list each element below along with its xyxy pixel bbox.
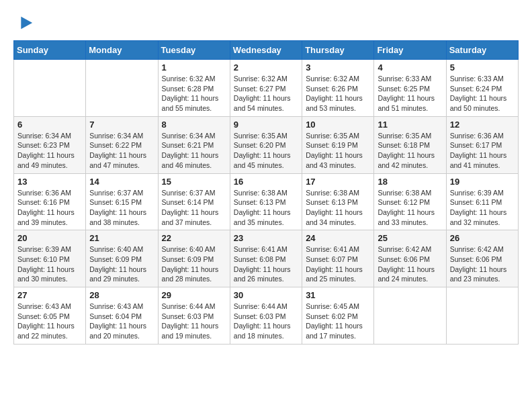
day-detail: Sunrise: 6:38 AM Sunset: 6:13 PM Dayligh… <box>234 188 298 228</box>
day-number: 2 <box>234 62 298 73</box>
day-number: 13 <box>17 177 82 187</box>
day-detail: Sunrise: 6:37 AM Sunset: 6:15 PM Dayligh… <box>89 188 154 228</box>
day-number: 22 <box>162 233 226 243</box>
day-detail: Sunrise: 6:38 AM Sunset: 6:12 PM Dayligh… <box>378 188 442 228</box>
day-detail: Sunrise: 6:37 AM Sunset: 6:14 PM Dayligh… <box>162 188 226 228</box>
day-number: 28 <box>89 290 154 300</box>
day-number: 6 <box>17 120 82 130</box>
day-number: 12 <box>450 120 515 130</box>
week-row-2: 6Sunrise: 6:34 AM Sunset: 6:23 PM Daylig… <box>14 116 519 173</box>
day-number: 31 <box>306 290 370 300</box>
day-number: 21 <box>89 233 154 243</box>
logo <box>13 13 34 32</box>
calendar-cell: 28Sunrise: 6:43 AM Sunset: 6:04 PM Dayli… <box>86 287 158 345</box>
day-detail: Sunrise: 6:32 AM Sunset: 6:27 PM Dayligh… <box>234 74 298 113</box>
calendar-cell: 10Sunrise: 6:35 AM Sunset: 6:19 PM Dayli… <box>302 116 374 173</box>
day-number: 5 <box>450 62 515 73</box>
calendar-cell: 13Sunrise: 6:36 AM Sunset: 6:16 PM Dayli… <box>14 173 86 230</box>
day-number: 25 <box>378 233 442 243</box>
day-detail: Sunrise: 6:45 AM Sunset: 6:02 PM Dayligh… <box>306 302 370 341</box>
calendar-header: SundayMondayTuesdayWednesdayThursdayFrid… <box>14 41 519 60</box>
day-detail: Sunrise: 6:43 AM Sunset: 6:04 PM Dayligh… <box>89 302 154 341</box>
day-detail: Sunrise: 6:40 AM Sunset: 6:09 PM Dayligh… <box>89 244 154 284</box>
day-detail: Sunrise: 6:34 AM Sunset: 6:21 PM Dayligh… <box>162 131 226 171</box>
weekday-header-wednesday: Wednesday <box>230 41 302 60</box>
calendar-cell: 16Sunrise: 6:38 AM Sunset: 6:13 PM Dayli… <box>230 173 302 230</box>
header <box>13 13 519 32</box>
day-detail: Sunrise: 6:44 AM Sunset: 6:03 PM Dayligh… <box>234 302 298 341</box>
day-number: 30 <box>234 290 298 300</box>
week-row-3: 13Sunrise: 6:36 AM Sunset: 6:16 PM Dayli… <box>14 173 519 230</box>
logo-icon <box>15 13 34 32</box>
day-detail: Sunrise: 6:39 AM Sunset: 6:11 PM Dayligh… <box>450 188 515 228</box>
day-detail: Sunrise: 6:34 AM Sunset: 6:23 PM Dayligh… <box>17 131 82 171</box>
page: SundayMondayTuesdayWednesdayThursdayFrid… <box>0 0 532 351</box>
day-number: 27 <box>17 290 82 300</box>
day-number: 19 <box>450 177 515 187</box>
calendar-cell: 7Sunrise: 6:34 AM Sunset: 6:22 PM Daylig… <box>86 116 158 173</box>
calendar-cell <box>374 287 446 345</box>
calendar-body: 1Sunrise: 6:32 AM Sunset: 6:28 PM Daylig… <box>14 60 519 345</box>
day-number: 16 <box>234 177 298 187</box>
calendar-cell: 21Sunrise: 6:40 AM Sunset: 6:09 PM Dayli… <box>86 230 158 287</box>
day-detail: Sunrise: 6:41 AM Sunset: 6:07 PM Dayligh… <box>306 244 370 284</box>
day-detail: Sunrise: 6:33 AM Sunset: 6:24 PM Dayligh… <box>450 74 515 113</box>
calendar-cell: 15Sunrise: 6:37 AM Sunset: 6:14 PM Dayli… <box>158 173 230 230</box>
calendar-cell: 24Sunrise: 6:41 AM Sunset: 6:07 PM Dayli… <box>302 230 374 287</box>
day-detail: Sunrise: 6:36 AM Sunset: 6:16 PM Dayligh… <box>17 188 82 228</box>
calendar-cell: 17Sunrise: 6:38 AM Sunset: 6:13 PM Dayli… <box>302 173 374 230</box>
day-number: 3 <box>306 62 370 73</box>
weekday-header-monday: Monday <box>86 41 158 60</box>
day-number: 23 <box>234 233 298 243</box>
calendar-cell: 1Sunrise: 6:32 AM Sunset: 6:28 PM Daylig… <box>158 60 230 117</box>
day-number: 26 <box>450 233 515 243</box>
day-number: 9 <box>234 120 298 130</box>
calendar-cell: 2Sunrise: 6:32 AM Sunset: 6:27 PM Daylig… <box>230 60 302 117</box>
day-detail: Sunrise: 6:32 AM Sunset: 6:26 PM Dayligh… <box>306 74 370 113</box>
day-number: 4 <box>378 62 442 73</box>
weekday-row: SundayMondayTuesdayWednesdayThursdayFrid… <box>14 41 519 60</box>
day-detail: Sunrise: 6:36 AM Sunset: 6:17 PM Dayligh… <box>450 131 515 171</box>
day-number: 8 <box>162 120 226 130</box>
calendar-cell: 31Sunrise: 6:45 AM Sunset: 6:02 PM Dayli… <box>302 287 374 345</box>
calendar-cell: 6Sunrise: 6:34 AM Sunset: 6:23 PM Daylig… <box>14 116 86 173</box>
day-detail: Sunrise: 6:35 AM Sunset: 6:19 PM Dayligh… <box>306 131 370 171</box>
day-detail: Sunrise: 6:38 AM Sunset: 6:13 PM Dayligh… <box>306 188 370 228</box>
day-detail: Sunrise: 6:33 AM Sunset: 6:25 PM Dayligh… <box>378 74 442 113</box>
day-number: 10 <box>306 120 370 130</box>
week-row-4: 20Sunrise: 6:39 AM Sunset: 6:10 PM Dayli… <box>14 230 519 287</box>
day-detail: Sunrise: 6:41 AM Sunset: 6:08 PM Dayligh… <box>234 244 298 284</box>
calendar-cell: 29Sunrise: 6:44 AM Sunset: 6:03 PM Dayli… <box>158 287 230 345</box>
day-detail: Sunrise: 6:32 AM Sunset: 6:28 PM Dayligh… <box>162 74 226 113</box>
day-detail: Sunrise: 6:39 AM Sunset: 6:10 PM Dayligh… <box>17 244 82 284</box>
weekday-header-saturday: Saturday <box>446 41 518 60</box>
day-detail: Sunrise: 6:35 AM Sunset: 6:20 PM Dayligh… <box>234 131 298 171</box>
day-number: 14 <box>89 177 154 187</box>
calendar-cell <box>86 60 158 117</box>
calendar-cell: 26Sunrise: 6:42 AM Sunset: 6:06 PM Dayli… <box>446 230 518 287</box>
calendar-cell: 14Sunrise: 6:37 AM Sunset: 6:15 PM Dayli… <box>86 173 158 230</box>
calendar-cell: 3Sunrise: 6:32 AM Sunset: 6:26 PM Daylig… <box>302 60 374 117</box>
weekday-header-friday: Friday <box>374 41 446 60</box>
svg-marker-0 <box>21 17 32 30</box>
weekday-header-tuesday: Tuesday <box>158 41 230 60</box>
day-number: 1 <box>162 62 226 73</box>
calendar-cell: 11Sunrise: 6:35 AM Sunset: 6:18 PM Dayli… <box>374 116 446 173</box>
day-detail: Sunrise: 6:35 AM Sunset: 6:18 PM Dayligh… <box>378 131 442 171</box>
calendar: SundayMondayTuesdayWednesdayThursdayFrid… <box>13 40 519 345</box>
calendar-cell: 23Sunrise: 6:41 AM Sunset: 6:08 PM Dayli… <box>230 230 302 287</box>
calendar-cell: 27Sunrise: 6:43 AM Sunset: 6:05 PM Dayli… <box>14 287 86 345</box>
day-detail: Sunrise: 6:40 AM Sunset: 6:09 PM Dayligh… <box>162 244 226 284</box>
day-number: 29 <box>162 290 226 300</box>
day-detail: Sunrise: 6:34 AM Sunset: 6:22 PM Dayligh… <box>89 131 154 171</box>
day-number: 15 <box>162 177 226 187</box>
day-number: 11 <box>378 120 442 130</box>
day-number: 24 <box>306 233 370 243</box>
calendar-cell: 30Sunrise: 6:44 AM Sunset: 6:03 PM Dayli… <box>230 287 302 345</box>
day-detail: Sunrise: 6:42 AM Sunset: 6:06 PM Dayligh… <box>450 244 515 284</box>
week-row-5: 27Sunrise: 6:43 AM Sunset: 6:05 PM Dayli… <box>14 287 519 345</box>
day-detail: Sunrise: 6:43 AM Sunset: 6:05 PM Dayligh… <box>17 302 82 341</box>
calendar-cell: 20Sunrise: 6:39 AM Sunset: 6:10 PM Dayli… <box>14 230 86 287</box>
day-detail: Sunrise: 6:42 AM Sunset: 6:06 PM Dayligh… <box>378 244 442 284</box>
calendar-cell: 4Sunrise: 6:33 AM Sunset: 6:25 PM Daylig… <box>374 60 446 117</box>
